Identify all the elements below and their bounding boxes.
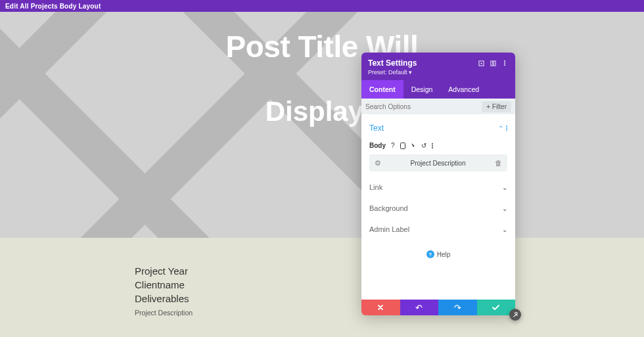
undo-button[interactable]: ↶ [400,300,439,315]
panel-tabs: Content Design Advanced [361,80,515,99]
help-row[interactable]: ? Help [361,240,515,266]
tools-fab[interactable] [509,309,521,321]
section-admin-title: Admin Label [369,225,409,233]
meta-client: Clientname [135,278,193,292]
settings-panel: Text Settings Preset: Default ▾ Content … [361,53,515,315]
meta-deliverables: Deliverables [135,292,193,305]
tab-advanced[interactable]: Advanced [440,80,487,99]
tab-content[interactable]: Content [361,80,403,99]
chevron-down-icon: ⌄ [502,226,507,233]
section-link[interactable]: Link ⌄ [369,177,507,198]
svg-rect-2 [490,60,492,65]
search-input[interactable] [365,103,479,110]
section-admin-label[interactable]: Admin Label ⌄ [369,219,507,240]
help-label: Help [437,251,451,258]
more-vert-icon[interactable] [506,125,507,131]
content-lower: Project Year Clientname Deliverables Pro… [0,238,644,337]
meta-year: Project Year [135,264,193,278]
meta-description: Project Description [135,308,193,318]
expand-icon[interactable] [489,59,497,67]
tablet-icon[interactable] [400,143,405,149]
svg-rect-3 [494,60,495,65]
preset-selector[interactable]: Preset: Default ▾ [368,69,509,76]
body-row: Body ? ↺ [361,139,515,150]
cancel-button[interactable] [361,300,400,315]
gear-icon[interactable]: ⚙ [375,159,381,168]
body-label: Body [369,142,386,149]
panel-title: Text Settings [368,58,473,68]
dynamic-content-row[interactable]: ⚙ Project Description 🗑 [369,154,507,171]
trash-icon[interactable]: 🗑 [495,159,502,167]
svg-rect-4 [400,143,405,148]
chevron-up-icon: ⌃ [498,125,503,132]
redo-button[interactable]: ↷ [438,300,477,315]
section-text: Text ⌃ [361,114,515,139]
tab-design[interactable]: Design [403,80,441,99]
top-header-title: Edit All Projects Body Layout [5,3,101,10]
section-background-title: Background [369,204,408,212]
section-background[interactable]: Background ⌄ [369,198,507,219]
svg-rect-1 [480,62,482,64]
section-text-title: Text [369,124,384,133]
reset-icon[interactable]: ↺ [421,142,426,149]
help-icon: ? [426,250,434,258]
chevron-down-icon: ⌄ [502,205,507,212]
section-text-header[interactable]: Text ⌃ [369,120,507,137]
hover-icon[interactable] [411,143,416,149]
chevron-down-icon: ⌄ [502,184,507,191]
panel-header[interactable]: Text Settings Preset: Default ▾ [361,53,515,80]
panel-footer: ↶ ↷ [361,300,515,315]
hero-area: Post Title Will Display I [0,12,644,238]
snap-icon[interactable] [477,59,485,67]
section-link-title: Link [369,183,382,191]
help-icon[interactable]: ? [391,142,395,149]
search-row: + Filter [361,99,515,114]
top-header: Edit All Projects Body Layout [0,0,644,12]
filter-button[interactable]: + Filter [482,101,511,112]
dynamic-content-label: Project Description [381,160,495,167]
more-vert-icon[interactable] [501,59,509,67]
more-vert-icon[interactable] [432,143,433,148]
